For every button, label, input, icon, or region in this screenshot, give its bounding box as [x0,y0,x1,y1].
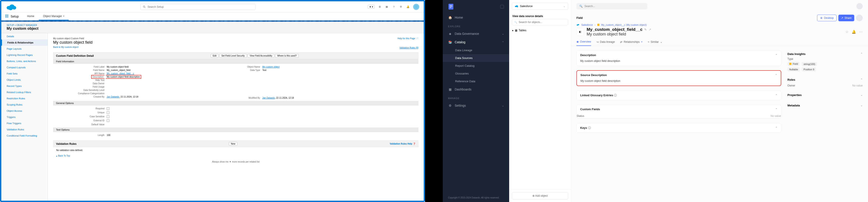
section-manage: MANAGE [443,93,509,101]
validation-help-link[interactable]: Validation Rules Help ❓ [390,143,415,145]
bc-source[interactable]: Salesforce [581,24,593,26]
tab-overview[interactable]: ◉ Overview [577,39,591,46]
sidebar-item-page-layouts[interactable]: Page Layouts [1,46,48,52]
accessibility-button[interactable]: View Field Accessibility [248,54,275,58]
nav-report-catalog[interactable]: Report Catalog [443,62,509,69]
external-icon[interactable]: ↗ [649,28,651,31]
salesforce-icon [577,24,580,26]
bc-object[interactable]: My_custom_object__c (My custom object) [601,24,647,26]
back-to-top[interactable]: Back To Top [53,153,418,158]
sidebar-item-lookup-filters[interactable]: Related Lookup Filters [1,89,48,95]
collapse-icon[interactable]: ⌃ [775,94,777,97]
metadata-section: Metadata⌄ [787,102,863,109]
share-button[interactable]: ↗ Share [838,15,854,21]
collapse-icon[interactable]: ⌃ [775,126,777,129]
sidebar-item-compact[interactable]: Compact Layouts [1,64,48,70]
info-icon[interactable]: ⓘ [614,93,617,97]
sidebar-item-buttons[interactable]: Buttons, Links, and Actions [1,58,48,64]
sidebar-item-conditional[interactable]: Conditional Field Formatting [1,133,48,139]
de-sidebar: 🏠Home EXPLORE ◈Data Governance⌄ 📚Catalog… [443,0,509,202]
user-avatar[interactable] [857,3,863,9]
where-used-button[interactable]: Where is this used? [275,54,299,58]
copyright: Copyright © 2015-2024 Dataedo. All right… [443,193,509,202]
tab-similar[interactable]: ≈ Similar ⌄ [648,39,662,46]
new-rule-button[interactable]: New [229,142,237,146]
nav-catalog[interactable]: 📚Catalog⌃ [443,38,509,46]
help-link[interactable]: Help for this Page 📄 [398,37,418,40]
global-search[interactable]: 🔍Search... [577,3,647,9]
nav-data-lineage[interactable]: Data Lineage [443,46,509,54]
dashboard-icon: ▦ [448,87,452,91]
notifications-icon[interactable]: 🔔 [406,5,410,9]
setup-gear-icon[interactable]: ⚙ [399,5,403,9]
nav-data-governance[interactable]: ◈Data Governance⌄ [443,29,509,38]
tree-search[interactable]: 🔍 [512,19,568,25]
sidebar-item-record-types[interactable]: Record Types [1,83,48,89]
search-input[interactable] [148,5,253,8]
validation-rules-link[interactable]: Validation Rules [0] [400,47,418,49]
expand-icon[interactable]: ⌄ [861,104,863,107]
edit-icon[interactable]: ✎ [644,28,647,31]
expand-icon[interactable]: ⌄ [861,93,863,97]
nav-dashboards[interactable]: ▦Dashboards [443,85,509,93]
tree-search-input[interactable] [519,21,566,24]
nav-glossaries[interactable]: Glossaries [443,69,509,77]
records-note: Always show me ▼ more records per relate… [53,158,418,165]
fls-button[interactable]: Set Field-Level Security [219,54,247,58]
sidebar-item-flow-triggers[interactable]: Flow Triggers [1,120,48,126]
star-icon[interactable]: ☆ [845,30,848,34]
more-icon[interactable]: ⋯ [859,30,863,34]
source-selector[interactable]: Salesforce ⌄ [512,3,568,10]
edit-button[interactable]: Edit [211,54,218,58]
back-link[interactable]: Back to My custom object [53,46,79,48]
nav-home[interactable]: 🏠Home [443,13,509,22]
info-icon[interactable]: ⓘ [588,126,591,129]
breadcrumb[interactable]: SETUP > OBJECT MANAGER [7,24,418,26]
lbl-case-sensitive: Case Sensitive [56,115,107,118]
val-data-type: Text [262,69,266,71]
field-breadcrumb: My custom object Custom Field [53,37,418,40]
tab-lineage[interactable]: ↝ Data lineage [596,39,615,46]
val-description: My custom object field description [107,76,236,78]
collapse-icon[interactable]: ⌃ [775,54,777,57]
collapse-icon[interactable]: ⌃ [775,108,777,111]
sidebar-item-object-access[interactable]: Object Access [1,108,48,114]
app-switcher[interactable]: Setup [1,12,23,20]
sidebar-item-details[interactable]: Details [1,33,48,39]
tab-relationships[interactable]: ⇄ Relationships + [620,39,643,46]
tab-home[interactable]: Home [23,12,39,20]
lbl-required: Required [56,107,107,110]
pill-field: Field [787,62,800,66]
grid-icon[interactable]: ⊞ [378,5,382,9]
app-launcher-icon[interactable]: ▦ [385,5,389,9]
tree-subtitle[interactable]: View data source details [509,12,571,19]
global-search[interactable] [141,4,255,10]
collapse-icon[interactable]: ⌃ [775,74,777,77]
status-value: No value [771,114,781,117]
nav-data-sources[interactable]: Data Sources [443,54,509,62]
nav-reference-data[interactable]: Reference Data [443,77,509,85]
collapse-icon[interactable]: ⌃ [861,52,863,56]
sidebar-item-scoping[interactable]: Scoping Rules [1,102,48,108]
help-icon[interactable]: ? [392,5,396,9]
collapse-icon[interactable]: ⌃ [861,78,863,81]
sidebar-item-validation[interactable]: Validation Rules [1,126,48,133]
collapse-icon[interactable] [500,5,504,8]
favorites-button[interactable]: ★ ▾ [368,5,375,9]
sidebar-item-restriction[interactable]: Restriction Rules [1,95,48,102]
sidebar-item-triggers[interactable]: Triggers [1,114,48,120]
more-avatar[interactable] [856,15,863,21]
expand-icon[interactable]: ▸ [512,29,514,32]
bell-icon[interactable]: 🔔 [851,30,856,34]
tab-object-manager[interactable]: Object Manager [39,12,69,20]
sidebar-item-fields[interactable]: Fields & Relationships [1,39,48,46]
add-object-button[interactable]: ⊕ Add object [512,192,568,199]
tree-tables[interactable]: ▸▦Tables [509,28,571,33]
sidebar-item-limits[interactable]: Object Limits [1,77,48,83]
card-title: Linked Glossary Entries ⓘ [580,93,617,97]
sidebar-item-fieldsets[interactable]: Field Sets [1,70,48,77]
user-avatar[interactable] [413,4,419,10]
desktop-button[interactable]: 🖥 Desktop [817,15,837,21]
nav-settings[interactable]: ⚙Settings⌄ [443,101,509,110]
sidebar-item-lightning[interactable]: Lightning Record Pages [1,52,48,58]
